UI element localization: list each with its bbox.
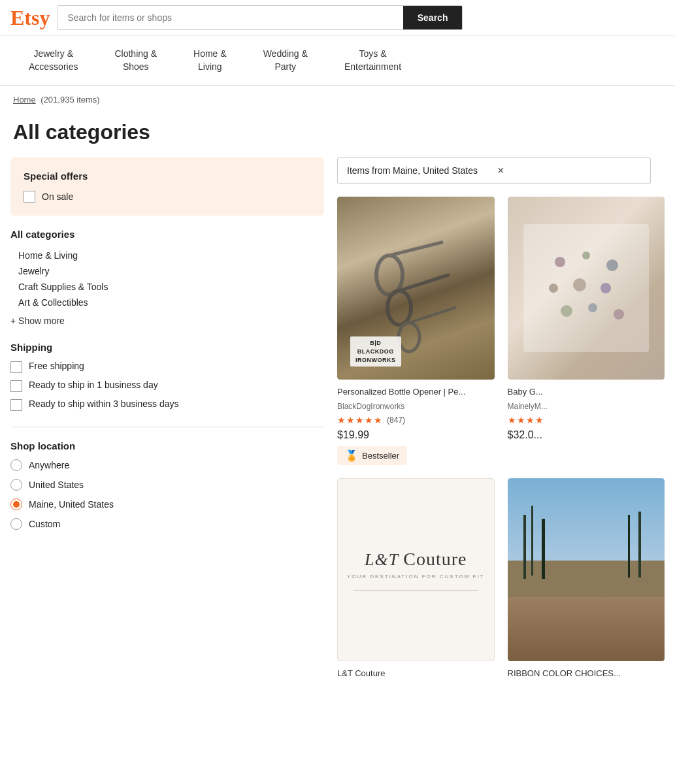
nav-item-jewelry[interactable]: Jewelry &Accessories: [10, 36, 96, 85]
svg-point-6: [555, 257, 565, 267]
divider: [10, 427, 324, 427]
location-custom-radio[interactable]: [10, 518, 22, 530]
svg-point-2: [387, 291, 411, 325]
product-card-1[interactable]: B|DBLACKDOGIRONWORKS Personalized Bottle…: [337, 197, 495, 465]
review-count-1: (847): [387, 416, 405, 425]
breadcrumb: Home (201,935 items): [0, 86, 675, 114]
svg-point-7: [582, 252, 590, 259]
categories-title: All categories: [10, 229, 324, 240]
location-tag-label: Items from Maine, United States: [347, 165, 491, 176]
svg-point-9: [549, 284, 558, 293]
location-us-row[interactable]: United States: [10, 479, 324, 491]
category-jewelry[interactable]: Jewelry: [10, 263, 324, 279]
sidebar: Special offers On sale All categories Ho…: [10, 157, 324, 683]
ratings-row-2: ★★★★: [508, 415, 665, 425]
main-content: Special offers On sale All categories Ho…: [0, 157, 675, 683]
svg-point-4: [399, 323, 420, 351]
location-anywhere-row[interactable]: Anywhere: [10, 459, 324, 471]
product-image-2: [508, 197, 665, 380]
location-anywhere-label: Anywhere: [29, 460, 69, 470]
ship-3day-row: Ready to ship within 3 business days: [10, 399, 324, 411]
product-image-1: B|DBLACKDOGIRONWORKS: [337, 197, 495, 380]
category-art[interactable]: Art & Collectibles: [10, 295, 324, 310]
nav-item-clothing[interactable]: Clothing &Shoes: [96, 36, 175, 85]
bestseller-icon-1: 🏅: [345, 449, 358, 462]
search-input[interactable]: [58, 6, 403, 29]
free-shipping-row: Free shipping: [10, 361, 324, 373]
product-image-3: L&T Couture YOUR DESTINATION FOR CUSTOM …: [337, 478, 495, 661]
shop-location-title: Shop location: [10, 440, 324, 451]
product-card-2[interactable]: Baby G... MainelyM... ★★★★ $32.0...: [508, 197, 665, 465]
svg-line-5: [409, 308, 455, 323]
category-home[interactable]: Home & Living: [10, 248, 324, 263]
products-area: Items from Maine, United States ×: [337, 157, 665, 683]
logo[interactable]: Etsy: [10, 6, 50, 30]
location-custom-row[interactable]: Custom: [10, 518, 324, 530]
special-offers-section: Special offers On sale: [10, 157, 324, 216]
product-grid: B|DBLACKDOGIRONWORKS Personalized Bottle…: [337, 197, 665, 683]
bestseller-label-1: Bestseller: [362, 451, 399, 461]
breadcrumb-count: (201,935 items): [41, 95, 99, 105]
location-us-label: United States: [29, 480, 84, 490]
nav-item-wedding[interactable]: Wedding &Party: [245, 36, 326, 85]
location-maine-radio[interactable]: [10, 498, 22, 510]
nav-item-home[interactable]: Home &Living: [175, 36, 245, 85]
svg-point-10: [573, 278, 586, 291]
nav-item-toys[interactable]: Toys &Entertainment: [326, 36, 420, 85]
main-nav: Jewelry &Accessories Clothing &Shoes Hom…: [0, 36, 675, 86]
show-more-link[interactable]: + Show more: [10, 316, 65, 326]
price-2: $32.0...: [508, 429, 665, 441]
ship-3day-label: Ready to ship within 3 business days: [29, 399, 179, 409]
product-title-1: Personalized Bottle Opener | Pe...: [337, 386, 495, 398]
svg-line-3: [399, 275, 448, 291]
svg-line-1: [389, 242, 442, 255]
categories-section: All categories Home & Living Jewelry Cra…: [10, 229, 324, 326]
search-bar: Search: [58, 5, 463, 30]
ship-1day-label: Ready to ship in 1 business day: [29, 380, 158, 390]
location-us-radio[interactable]: [10, 479, 22, 491]
stars-1: ★★★★★: [337, 415, 383, 425]
ship-1day-row: Ready to ship in 1 business day: [10, 380, 324, 392]
product-card-4[interactable]: RIBBON COLOR CHOICES...: [508, 478, 665, 683]
ship-3day-checkbox[interactable]: [10, 399, 22, 411]
svg-point-0: [376, 255, 403, 295]
location-maine-row[interactable]: Maine, United States: [10, 498, 324, 510]
location-anywhere-radio[interactable]: [10, 459, 22, 471]
bestseller-badge-1: 🏅 Bestseller: [337, 446, 407, 465]
category-craft[interactable]: Craft Supplies & Tools: [10, 279, 324, 295]
shop-location-section: Shop location Anywhere United States Mai…: [10, 440, 324, 530]
category-list: Home & Living Jewelry Craft Supplies & T…: [10, 248, 324, 310]
breadcrumb-home[interactable]: Home: [13, 95, 36, 105]
location-filter-tag: Items from Maine, United States ×: [337, 157, 651, 184]
stars-2: ★★★★: [508, 415, 544, 425]
product-card-3[interactable]: L&T Couture YOUR DESTINATION FOR CUSTOM …: [337, 478, 495, 683]
on-sale-row: On sale: [24, 191, 311, 203]
price-1: $19.99: [337, 429, 495, 441]
shipping-section: Shipping Free shipping Ready to ship in …: [10, 342, 324, 411]
location-maine-label: Maine, United States: [29, 499, 114, 510]
page-title: All categories: [0, 114, 675, 157]
product-image-4: [508, 478, 665, 661]
location-custom-label: Custom: [29, 519, 60, 529]
special-offers-title: Special offers: [24, 171, 311, 182]
close-location-button[interactable]: ×: [497, 165, 641, 176]
shop-name-1: BlackDogIronworks: [337, 402, 495, 411]
search-button[interactable]: Search: [403, 6, 463, 29]
svg-point-13: [588, 303, 597, 312]
on-sale-label: On sale: [42, 191, 73, 202]
svg-point-14: [614, 309, 624, 319]
free-shipping-checkbox[interactable]: [10, 361, 22, 373]
shipping-title: Shipping: [10, 342, 324, 353]
on-sale-checkbox[interactable]: [24, 191, 35, 203]
free-shipping-label: Free shipping: [29, 361, 84, 371]
shop-name-2: MainelyM...: [508, 402, 665, 411]
product-title-4: RIBBON COLOR CHOICES...: [508, 668, 665, 679]
ship-1day-checkbox[interactable]: [10, 380, 22, 392]
svg-point-11: [601, 283, 611, 293]
product-title-2: Baby G...: [508, 386, 665, 398]
product-title-3: L&T Couture: [337, 668, 495, 679]
ratings-row-1: ★★★★★ (847): [337, 415, 495, 425]
header: Etsy Search: [0, 0, 675, 36]
svg-point-8: [606, 259, 618, 271]
svg-point-12: [561, 305, 572, 317]
